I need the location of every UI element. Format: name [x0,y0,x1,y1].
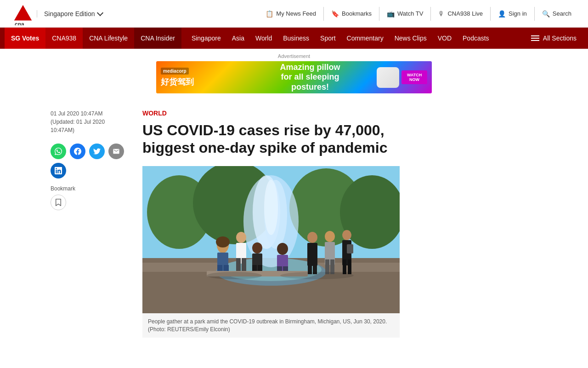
nav-sg-votes[interactable]: SG Votes [5,28,45,49]
edition-label: Singapore Edition [44,10,95,17]
article-headline: US COVID-19 cases rise by 47,000, bigges… [142,121,400,157]
svg-marker-0 [14,5,32,21]
bookmarks-label: Bookmarks [342,10,372,17]
top-bar: cna Singapore Edition 📋 My News Feed 🔖 B… [0,0,588,28]
svg-point-20 [216,236,230,247]
svg-point-29 [277,243,288,255]
news-feed-icon: 📋 [266,10,273,17]
edition-selector[interactable]: Singapore Edition [37,10,102,17]
content-wrapper: 01 Jul 2020 10:47AM (Updated: 01 Jul 202… [41,109,547,338]
search-icon: 🔍 [542,10,550,17]
ad-watch-button[interactable]: WATCH NOW [401,70,427,84]
mediacorp-logo: mediacorp [161,68,189,75]
article-date: 01 Jul 2020 10:47AM (Updated: 01 Jul 202… [51,109,129,134]
share-facebook-button[interactable] [70,144,85,159]
cna938-live-label: CNA938 Live [447,10,483,17]
ad-middle: Amazing pillowfor all sleepingpostures! [248,61,372,93]
search-label: Search [553,10,571,17]
all-sections-label: All Sections [543,34,577,42]
svg-rect-44 [348,259,351,274]
all-sections-button[interactable]: All Sections [524,34,583,42]
search-nav[interactable]: 🔍 Search [535,7,579,21]
nav-singapore[interactable]: Singapore [186,28,226,49]
my-news-feed-nav[interactable]: 📋 My News Feed [258,7,324,21]
top-nav: 📋 My News Feed 🔖 Bookmarks 📺 Watch TV 🎙 … [258,7,579,21]
svg-point-21 [236,232,246,243]
share-whatsapp-button[interactable] [51,144,66,159]
svg-text:cna: cna [15,21,24,25]
nav-cna-lifestyle[interactable]: CNA Lifestyle [83,28,134,49]
share-linkedin-button[interactable] [51,163,66,178]
svg-rect-45 [347,244,353,253]
logo-area: cna Singapore Edition [9,2,102,25]
nav-business[interactable]: Business [277,28,315,49]
svg-point-25 [252,242,262,253]
svg-rect-40 [330,259,334,274]
ad-pillow-image [377,67,399,88]
svg-point-33 [307,232,317,243]
nav-highlight-group: SG Votes CNA938 CNA Lifestyle CNA Inside… [5,28,181,49]
svg-rect-23 [236,258,241,272]
chevron-down-icon [96,10,103,16]
article-image-caption: People gather at a park amid the COVID-1… [142,313,400,338]
svg-rect-43 [343,259,346,274]
bookmark-button[interactable] [51,195,66,210]
user-icon: 👤 [498,10,506,17]
ad-banner[interactable]: mediacorp 好货驾到 Amazing pillowfor all sle… [156,61,432,93]
svg-rect-39 [325,259,329,274]
tv-icon: 📺 [387,10,395,17]
nav-main-items: Singapore Asia World Business Sport Comm… [181,28,524,49]
watch-tv-label: Watch TV [397,10,423,17]
ad-container: Advertisement mediacorp 好货驾到 Amazing pil… [0,49,588,96]
share-email-button[interactable] [108,144,124,159]
svg-point-14 [264,180,278,235]
sign-in-nav[interactable]: 👤 Sign in [491,7,535,21]
svg-point-41 [342,230,351,240]
nav-podcasts[interactable]: Podcasts [457,28,495,49]
ad-label: Advertisement [0,53,588,59]
my-news-feed-label: My News Feed [276,10,316,17]
share-twitter-button[interactable] [89,144,105,159]
article-sidebar: 01 Jul 2020 10:47AM (Updated: 01 Jul 202… [51,109,142,338]
nav-world[interactable]: World [250,28,277,49]
article-category[interactable]: World [142,109,537,117]
ad-right: WATCH NOW [372,63,432,92]
ad-left: mediacorp 好货驾到 [156,63,248,92]
nav-sport[interactable]: Sport [315,28,341,49]
svg-rect-24 [242,258,246,272]
nav-asia[interactable]: Asia [226,28,250,49]
main-nav: SG Votes CNA938 CNA Lifestyle CNA Inside… [0,28,588,49]
svg-point-37 [325,231,335,242]
nav-news-clips[interactable]: News Clips [389,28,432,49]
share-buttons [51,144,129,178]
ad-chinese-text: 好货驾到 [161,76,194,87]
svg-point-47 [207,272,262,279]
cna938-live-nav[interactable]: 🎙 CNA938 Live [431,7,491,21]
article-main: World US COVID-19 cases rise by 47,000, … [142,109,537,338]
article-image [142,166,400,313]
watch-tv-nav[interactable]: 📺 Watch TV [379,7,431,21]
svg-point-48 [280,272,354,279]
cna-logo[interactable]: cna [9,2,37,25]
mic-icon: 🎙 [438,10,445,17]
nav-vod[interactable]: VOD [432,28,457,49]
article-image-container: People gather at a park amid the COVID-1… [142,166,400,338]
bookmark-icon: 🔖 [331,10,339,17]
bookmarks-nav[interactable]: 🔖 Bookmarks [324,7,379,21]
nav-commentary[interactable]: Commentary [341,28,389,49]
sign-in-label: Sign in [509,10,527,17]
hamburger-icon [531,35,539,41]
nav-cna938[interactable]: CNA938 [45,28,83,49]
nav-cna-insider[interactable]: CNA Insider [134,28,181,49]
ad-main-text: Amazing pillowfor all sleepingpostures! [250,63,370,92]
bookmark-label: Bookmark [51,185,129,192]
